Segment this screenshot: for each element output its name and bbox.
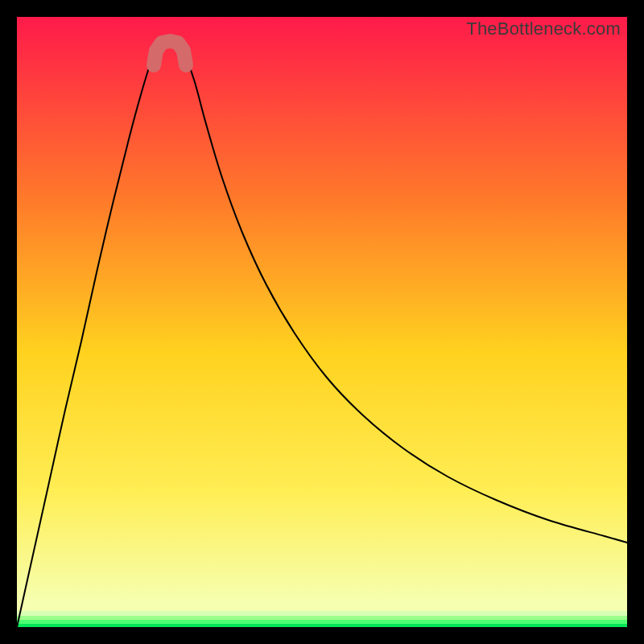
curve-layer	[17, 17, 627, 627]
sweet-spot-marker	[154, 41, 186, 65]
plot-area: TheBottleneck.com	[17, 17, 627, 627]
bottleneck-curve	[17, 43, 627, 627]
